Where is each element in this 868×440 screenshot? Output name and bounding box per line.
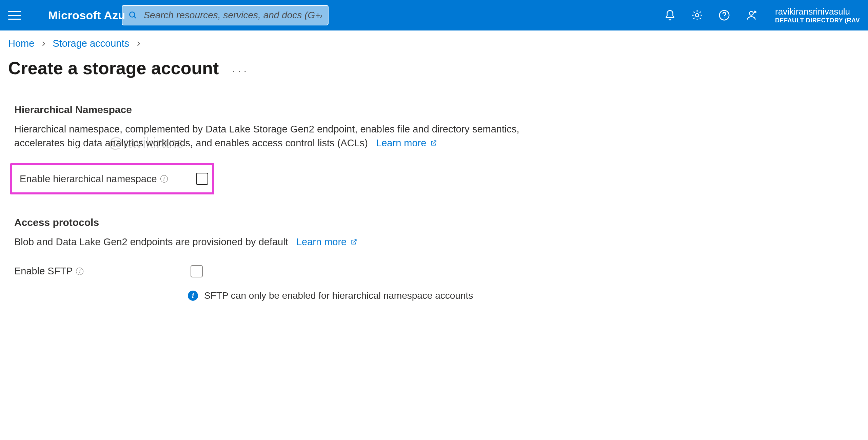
svg-point-5: [749, 12, 753, 15]
svg-line-1: [134, 16, 136, 18]
external-link-icon: [430, 140, 437, 146]
access-desc: Blob and Data Lake Gen2 endpoints are pr…: [14, 235, 523, 249]
enable-hns-checkbox[interactable]: [196, 173, 208, 185]
info-icon[interactable]: i: [160, 175, 168, 183]
search-input[interactable]: [143, 10, 322, 21]
settings-icon[interactable]: [687, 5, 707, 25]
svg-point-0: [130, 12, 135, 17]
account-name: ravikiransrinivasulu: [775, 7, 850, 17]
hierarchical-heading: Hierarchical Namespace: [14, 104, 860, 116]
access-heading: Access protocols: [14, 217, 860, 228]
breadcrumb: Home Storage accounts: [8, 38, 860, 49]
hierarchical-learn-more-link[interactable]: Learn more: [376, 138, 437, 148]
breadcrumb-storage-accounts[interactable]: Storage accounts: [53, 38, 129, 49]
chevron-right-icon: [40, 38, 46, 49]
enable-hns-label: Enable hierarchical namespace: [20, 173, 157, 185]
page-body: Home Storage accounts Create a storage a…: [0, 30, 868, 328]
svg-point-2: [695, 14, 699, 17]
external-link-icon: [351, 238, 357, 245]
account-menu[interactable]: ravikiransrinivasulu DEFAULT DIRECTORY (…: [768, 7, 860, 24]
hierarchical-desc: Hierarchical namespace, complemented by …: [14, 122, 523, 150]
enable-sftp-label: Enable SFTP: [14, 266, 73, 277]
enable-sftp-checkbox[interactable]: [191, 265, 203, 277]
more-actions-icon[interactable]: · · ·: [232, 65, 246, 90]
sftp-info-note: i SFTP can only be enabled for hierarchi…: [188, 290, 860, 301]
feedback-icon[interactable]: [741, 5, 762, 25]
info-filled-icon: i: [188, 291, 198, 301]
breadcrumb-home[interactable]: Home: [8, 38, 34, 49]
page-title: Create a storage account: [8, 58, 219, 78]
account-directory: DEFAULT DIRECTORY (RAV: [775, 17, 860, 24]
brand-logo[interactable]: Microsoft Azu: [28, 9, 125, 22]
search-icon: [129, 11, 137, 20]
info-icon[interactable]: i: [76, 268, 83, 275]
menu-icon[interactable]: [8, 9, 21, 22]
enable-hns-highlight: Enable hierarchical namespace i: [10, 163, 214, 194]
global-search[interactable]: [122, 5, 329, 25]
svg-point-4: [724, 18, 725, 18]
access-learn-more-link[interactable]: Learn more: [296, 236, 357, 247]
notifications-icon[interactable]: [660, 5, 680, 25]
help-icon[interactable]: [714, 5, 734, 25]
chevron-right-icon: [135, 38, 141, 49]
top-navbar: Microsoft Azu ravikiransrinivas: [0, 0, 868, 30]
